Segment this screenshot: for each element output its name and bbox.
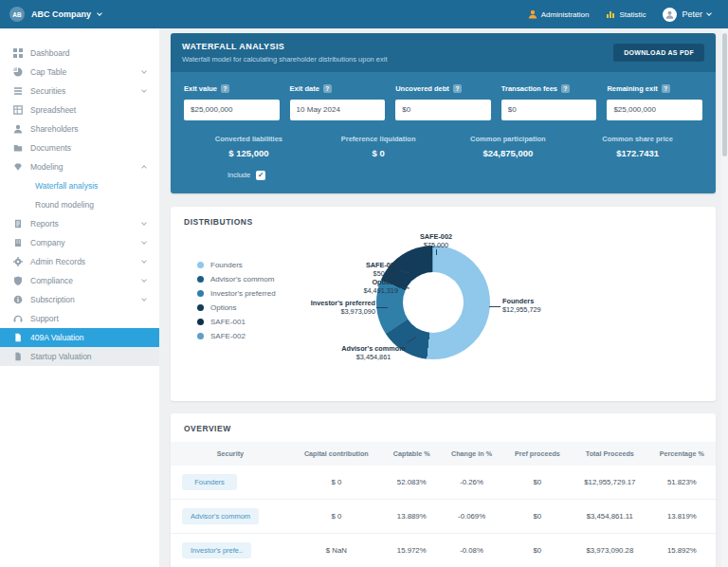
sidebar-item-waterfall-analysis[interactable]: Waterfall analysis	[0, 176, 159, 195]
sidebar-item-label: Compliance	[30, 276, 73, 285]
stat-preference-liquidation: Preference liquidation$ 0	[314, 135, 444, 158]
waterfall-title: WATERFALL ANALYSIS	[182, 42, 388, 51]
security-pill[interactable]: Investor's prefe..	[182, 542, 251, 558]
legend-item-investor-s-preferred[interactable]: Investor's preferred	[197, 289, 317, 298]
legend-label: Options	[210, 303, 237, 312]
download-pdf-button[interactable]: DOWNLOAD AS PDF	[613, 44, 704, 62]
gem-icon	[13, 162, 23, 172]
chevron-down-icon	[706, 10, 712, 16]
stat-label: Converted liabilities	[184, 135, 314, 143]
field-remaining-exit: Remaining exit?	[607, 84, 702, 120]
legend-dot	[197, 319, 204, 325]
stat-label: Preference liquidation	[314, 135, 444, 143]
sidebar-item-documents[interactable]: Documents	[0, 138, 159, 157]
field-label: Transaction fees	[501, 84, 557, 93]
uncovered-debt-input[interactable]	[395, 100, 491, 120]
legend-item-safe-001[interactable]: SAFE-001	[197, 318, 317, 326]
field-transaction-fees: Transaction fees?	[501, 84, 597, 120]
sidebar-item-label: Startup Valuation	[30, 352, 92, 361]
sidebar-item-label: Company	[30, 238, 64, 247]
legend-label: SAFE-002	[210, 332, 246, 340]
field-label: Remaining exit	[607, 84, 657, 93]
help-icon[interactable]: ?	[221, 84, 229, 93]
stat-value: $172.7431	[573, 148, 702, 158]
building-icon	[13, 238, 23, 247]
shield-icon	[13, 276, 23, 285]
sidebar-item-spreadsheet[interactable]: Spreadsheet	[0, 101, 159, 119]
chart-label-safe-002: SAFE-002$75,000	[398, 232, 474, 250]
waterfall-panel: WATERFALL ANALYSIS Waterfall model for c…	[171, 33, 716, 193]
administration-icon	[528, 9, 537, 19]
sidebar-item-admin-records[interactable]: Admin Records	[0, 252, 159, 271]
waterfall-body: Exit value?Exit date?Uncovered debt?Tran…	[171, 72, 716, 193]
chevron-down-icon	[141, 87, 147, 93]
chart-label-value: $4,491,319	[363, 286, 398, 295]
sidebar-item-reports[interactable]: Reports	[0, 214, 159, 233]
main-content: WATERFALL ANALYSIS Waterfall model for c…	[159, 28, 728, 567]
chart-label-value: $75,000	[424, 241, 448, 249]
nav-administration[interactable]: Administration	[528, 9, 590, 19]
scrollbar[interactable]	[721, 28, 728, 567]
chart-label-name: Founders	[502, 297, 588, 305]
legend-item-advisor-s-commom[interactable]: Advisor's commom	[197, 275, 317, 284]
column-header-security: Security	[171, 442, 290, 466]
sidebar-item-startup-valuation[interactable]: Startup Valuation	[0, 347, 159, 366]
sidebar-item-cap-table[interactable]: Cap Table	[0, 63, 159, 82]
legend-dot	[197, 276, 204, 283]
distributions-card: DISTRIBUTIONS FoundersAdvisor's commomIn…	[171, 207, 716, 401]
chart-label-value: $12,955,729	[502, 305, 541, 314]
app-window: AB ABC Company Administration Statistic …	[0, 0, 728, 567]
distributions-title: DISTRIBUTIONS	[171, 207, 716, 227]
stat-common-participation: Common participation$24,875,000	[444, 135, 573, 158]
sidebar-item-shareholders[interactable]: Shareholders	[0, 119, 159, 138]
sidebar-item-dashboard[interactable]: Dashboard	[0, 44, 159, 63]
exit-value-input[interactable]	[184, 100, 280, 120]
stat-label: Common participation	[444, 135, 573, 143]
security-cell: Investor's prefe..	[171, 533, 290, 567]
doc-icon	[13, 333, 23, 342]
sidebar-item-409a-valuation[interactable]: 409A Valuation	[0, 328, 159, 347]
legend-dot	[197, 290, 204, 297]
company-switcher[interactable]: AB ABC Company	[9, 7, 101, 22]
sidebar-item-securities[interactable]: Securities	[0, 82, 159, 101]
sidebar-item-subscription[interactable]: Subscription	[0, 290, 159, 309]
pie-icon	[13, 67, 23, 77]
sidebar-item-modeling[interactable]: Modeling	[0, 157, 159, 176]
user-menu[interactable]: Peter	[663, 8, 711, 22]
headset-icon	[13, 314, 23, 323]
transaction-fees-input[interactable]	[501, 100, 597, 120]
scrollbar-thumb[interactable]	[722, 33, 727, 156]
legend-item-safe-002[interactable]: SAFE-002	[197, 332, 317, 340]
chevron-down-icon	[141, 258, 147, 264]
stat-value: $ 125,000	[184, 148, 314, 158]
nav-statistic[interactable]: Statistic	[606, 9, 646, 19]
security-pill[interactable]: Advisor's commom	[182, 508, 259, 524]
help-icon[interactable]: ?	[662, 84, 670, 93]
help-icon[interactable]: ?	[323, 84, 332, 93]
sidebar-item-round-modeling[interactable]: Round modeling	[0, 195, 159, 214]
sidebar-item-label: Documents	[30, 143, 71, 153]
chart-label-name: Options	[326, 278, 398, 286]
help-icon[interactable]: ?	[561, 84, 570, 93]
remaining-exit-input[interactable]	[607, 100, 702, 120]
chevron-down-icon	[141, 296, 147, 302]
column-header-total-proceeds: Total Proceeds	[572, 442, 648, 466]
sidebar-item-compliance[interactable]: Compliance	[0, 271, 159, 290]
legend-label: Founders	[210, 261, 243, 269]
waterfall-stats: Converted liabilities$ 125,000Preference…	[184, 135, 702, 158]
sidebar-item-support[interactable]: Support	[0, 309, 159, 328]
chart-label-name: SAFE-001	[318, 261, 398, 269]
topbar-right: Administration Statistic Peter	[528, 8, 711, 22]
include-checkbox[interactable]: ✓	[256, 171, 265, 180]
security-pill[interactable]: Founders	[182, 474, 237, 490]
sidebar-item-label: Subscription	[30, 295, 75, 304]
legend-item-founders[interactable]: Founders	[197, 261, 317, 269]
administration-label: Administration	[541, 10, 590, 19]
exit-date-input[interactable]	[290, 100, 386, 120]
overview-title: OVERVIEW	[171, 413, 716, 433]
stat-value: $24,875,000	[444, 148, 573, 158]
table-cell: 51.823%	[648, 466, 716, 500]
include-row: Include ✓	[228, 171, 702, 180]
sidebar-item-company[interactable]: Company	[0, 233, 159, 252]
help-icon[interactable]: ?	[453, 84, 462, 93]
